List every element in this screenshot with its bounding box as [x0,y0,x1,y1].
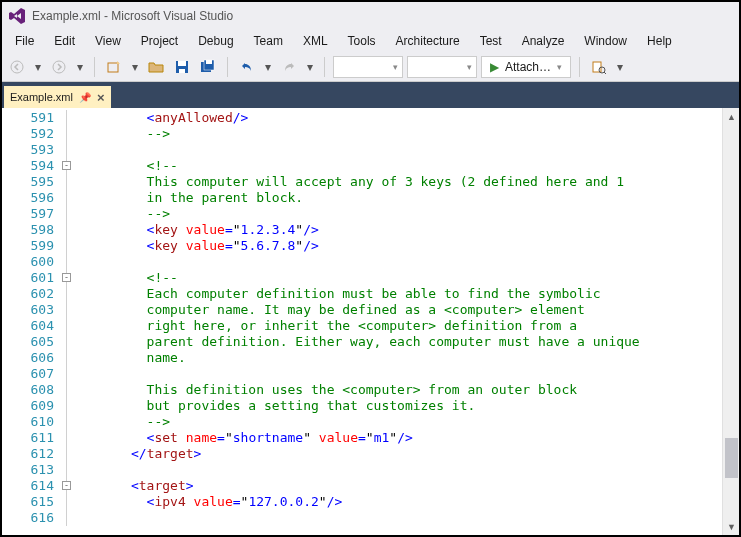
line-number: 591 [20,110,60,126]
line-number: 612 [20,446,60,462]
svg-rect-9 [593,62,601,72]
find-dropdown[interactable]: ▾ [614,56,626,78]
menu-analyze[interactable]: Analyze [513,32,574,50]
undo-button[interactable] [236,56,258,78]
code-line[interactable]: <ipv4 value="127.0.0.2"/> [76,494,722,510]
find-button[interactable] [588,56,610,78]
line-number: 605 [20,334,60,350]
code-line[interactable]: name. [76,350,722,366]
svg-rect-4 [178,61,186,66]
fold-toggle-icon[interactable]: - [62,161,71,170]
toolbar-separator [579,57,580,77]
code-line[interactable]: <anyAllowed/> [76,110,722,126]
code-line[interactable]: --> [76,126,722,142]
attach-button[interactable]: ▶ Attach… ▾ [481,56,571,78]
code-line[interactable]: <!-- [76,158,722,174]
toolbar: ▾ ▾ ▾ ▾ ▾ ▾ ▾ ▶ Attach… ▾ ▾ [2,52,739,82]
code-line[interactable]: <key value="1.2.3.4"/> [76,222,722,238]
tab-well: Example.xml 📌 × [2,82,739,108]
code-line[interactable] [76,510,722,526]
menu-view[interactable]: View [86,32,130,50]
svg-rect-2 [108,63,118,72]
line-number: 613 [20,462,60,478]
code-line[interactable]: --> [76,206,722,222]
code-line[interactable]: This computer will accept any of 3 keys … [76,174,722,190]
pin-icon[interactable]: 📌 [79,92,91,103]
line-number-gutter[interactable]: 5915925935945955965975985996006016026036… [20,108,60,535]
code-line[interactable] [76,462,722,478]
toolbar-separator [324,57,325,77]
new-project-dropdown[interactable]: ▾ [129,56,141,78]
menu-window[interactable]: Window [575,32,636,50]
menu-test[interactable]: Test [471,32,511,50]
svg-line-11 [604,72,606,74]
undo-dropdown[interactable]: ▾ [262,56,274,78]
code-line[interactable] [76,142,722,158]
menu-file[interactable]: File [6,32,43,50]
titlebar[interactable]: Example.xml - Microsoft Visual Studio [2,2,739,30]
svg-rect-5 [179,69,185,73]
code-line[interactable]: <key value="5.6.7.8"/> [76,238,722,254]
solution-platform-dropdown[interactable]: ▾ [407,56,477,78]
code-area[interactable]: <anyAllowed/> --> <!-- This computer wil… [76,108,722,535]
svg-rect-8 [206,60,212,64]
code-line[interactable]: right here, or inherit the <computer> de… [76,318,722,334]
code-line[interactable]: <target> [76,478,722,494]
save-button[interactable] [171,56,193,78]
line-number: 601 [20,270,60,286]
menu-team[interactable]: Team [245,32,292,50]
code-line[interactable]: This definition uses the <computer> from… [76,382,722,398]
line-number: 611 [20,430,60,446]
code-line[interactable]: <!-- [76,270,722,286]
vertical-scrollbar[interactable]: ▲ ▼ [722,108,739,535]
line-number: 609 [20,398,60,414]
scroll-thumb[interactable] [725,438,738,478]
redo-button[interactable] [278,56,300,78]
code-line[interactable]: <set name="shortname" value="m1"/> [76,430,722,446]
save-all-button[interactable] [197,56,219,78]
nav-forward-button[interactable] [48,56,70,78]
code-line[interactable]: computer name. It may be defined as a <c… [76,302,722,318]
line-number: 599 [20,238,60,254]
menu-edit[interactable]: Edit [45,32,84,50]
line-number: 593 [20,142,60,158]
code-editor[interactable]: 5915925935945955965975985996006016026036… [2,108,739,535]
menu-help[interactable]: Help [638,32,681,50]
redo-dropdown[interactable]: ▾ [304,56,316,78]
nav-back-dropdown[interactable]: ▾ [32,56,44,78]
tab-example-xml[interactable]: Example.xml 📌 × [4,86,111,108]
code-line[interactable]: but provides a setting that customizes i… [76,398,722,414]
close-icon[interactable]: × [97,90,105,105]
menu-xml[interactable]: XML [294,32,337,50]
solution-config-dropdown[interactable]: ▾ [333,56,403,78]
code-line[interactable]: Each computer definition must be able to… [76,286,722,302]
toolbar-separator [94,57,95,77]
nav-back-button[interactable] [6,56,28,78]
code-line[interactable] [76,254,722,270]
code-line[interactable] [76,366,722,382]
fold-toggle-icon[interactable]: - [62,481,71,490]
menu-tools[interactable]: Tools [339,32,385,50]
outlining-margin[interactable]: --- [60,108,76,535]
fold-toggle-icon[interactable]: - [62,273,71,282]
scroll-down-arrow-icon[interactable]: ▼ [723,518,739,535]
line-number: 596 [20,190,60,206]
nav-forward-dropdown[interactable]: ▾ [74,56,86,78]
menu-architecture[interactable]: Architecture [387,32,469,50]
line-number: 600 [20,254,60,270]
scroll-up-arrow-icon[interactable]: ▲ [723,108,739,125]
code-line[interactable]: parent definition. Either way, each comp… [76,334,722,350]
code-line[interactable]: </target> [76,446,722,462]
new-project-button[interactable] [103,56,125,78]
code-line[interactable]: in the parent block. [76,190,722,206]
chevron-down-icon: ▾ [557,62,562,72]
code-line[interactable]: --> [76,414,722,430]
open-file-button[interactable] [145,56,167,78]
main-window: Example.xml - Microsoft Visual Studio Fi… [2,2,739,535]
window-title: Example.xml - Microsoft Visual Studio [32,9,233,23]
line-number: 610 [20,414,60,430]
menu-debug[interactable]: Debug [189,32,242,50]
menu-project[interactable]: Project [132,32,187,50]
line-number: 592 [20,126,60,142]
indicator-margin[interactable] [2,108,20,535]
